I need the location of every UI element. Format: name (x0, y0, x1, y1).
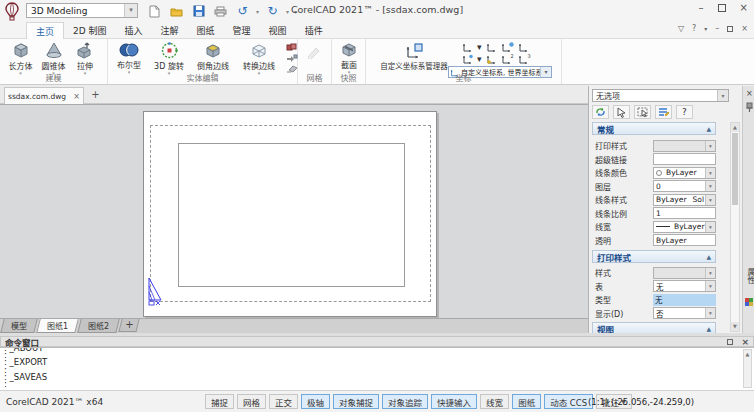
undo-icon[interactable]: ↺ (234, 3, 251, 19)
ccs-axis-icon[interactable] (518, 42, 529, 52)
transparency-input[interactable]: ByLayer (653, 234, 716, 246)
toggle-lineweight[interactable]: 线宽 (480, 394, 509, 409)
collapse-icon[interactable]: ▲ (706, 325, 711, 332)
chevron-down-icon[interactable]: ▾ (717, 90, 728, 101)
ccs-manager-button[interactable]: 自定义坐标系管理器 (368, 40, 460, 71)
tab-manage[interactable]: 管理 (224, 22, 260, 39)
ccs-axis-icon[interactable] (462, 42, 473, 52)
collapse-icon[interactable]: ▲ (706, 125, 711, 132)
close-button[interactable]: × (740, 2, 748, 13)
toggle-dynamic-ccs[interactable]: 动态 CCS (544, 394, 593, 409)
restore-button[interactable] (718, 4, 726, 12)
ccs-axis-world-icon[interactable] (501, 42, 514, 52)
cone-button[interactable]: 圆锥体 ▾ (37, 40, 70, 75)
boolean-button[interactable]: 布尔型 ▾ (110, 40, 148, 75)
ccs-axis-3-icon[interactable]: 3 (518, 54, 531, 64)
close-tab-icon[interactable]: × (73, 92, 80, 101)
selection-combo[interactable]: 无选项 ▾ (592, 89, 729, 102)
doc-restore-button[interactable] (727, 26, 733, 32)
mesh-tool-icon[interactable] (306, 47, 322, 61)
chevron-down-icon[interactable]: ▾ (705, 195, 715, 205)
display-combo[interactable]: 否▾ (653, 307, 716, 319)
minimize-button[interactable]: – (699, 2, 704, 13)
chevron-down-icon[interactable]: ▾ (705, 222, 715, 232)
tab-2d-drafting[interactable]: 2D 制图 (64, 22, 116, 39)
push-solid-icon[interactable] (286, 54, 298, 63)
workspace-selector[interactable]: 3D Modeling ▾ (26, 3, 138, 18)
line-color-combo[interactable]: ByLayer▾ (653, 167, 716, 179)
layer-combo[interactable]: 0▾ (653, 180, 716, 192)
section-general[interactable]: 常规 ▲ (592, 122, 716, 135)
tab-annotate[interactable]: 注解 (152, 22, 188, 39)
quick-select-icon[interactable] (655, 105, 672, 119)
scroll-down-icon[interactable]: ▼ (731, 322, 739, 331)
command-window-float-icon[interactable] (727, 339, 733, 345)
tab-view[interactable]: 视图 (260, 22, 296, 39)
command-window-close-icon[interactable]: × (741, 337, 749, 347)
qat-customize-icon[interactable]: ▾ (294, 8, 297, 15)
toggle-sheet[interactable]: 图纸 (512, 394, 541, 409)
redo-dropdown-icon[interactable]: ▾ (286, 8, 289, 15)
toggle-ortho[interactable]: 正交 (269, 394, 298, 409)
chevron-down-icon[interactable]: ▾ (705, 168, 715, 178)
toggle-entity-track[interactable]: 对象追踪 (382, 394, 428, 409)
undo-dropdown-icon[interactable]: ▾ (256, 8, 259, 15)
chevron-down-icon[interactable]: ▾ (705, 181, 715, 191)
palette-icon[interactable] (745, 298, 753, 306)
solids-pair-icon[interactable] (286, 43, 298, 52)
toggle-entity-snap[interactable]: 对象捕捉 (333, 394, 379, 409)
tab-sheet[interactable]: 图纸 (188, 22, 224, 39)
section-print-style[interactable]: 打印样式 ▲ (592, 250, 716, 263)
tab-home[interactable]: 主页 (26, 22, 64, 39)
layout-viewport[interactable] (178, 143, 405, 287)
help-icon[interactable]: ? (692, 24, 696, 33)
rotate-3d-button[interactable]: 3D 旋转 ▾ (148, 40, 190, 75)
tab-sheet2[interactable]: 图纸2 (77, 319, 120, 333)
hyperlink-input[interactable] (653, 153, 716, 165)
toggle-snap[interactable]: 捕捉 (205, 394, 234, 409)
open-folder-icon[interactable] (168, 3, 185, 19)
scroll-up-icon[interactable]: ▲ (731, 123, 739, 132)
box-select-icon[interactable] (634, 105, 651, 119)
tab-addins[interactable]: 插件 (296, 22, 332, 39)
sync-selection-icon[interactable] (592, 105, 609, 119)
collapse-icon[interactable]: ▲ (706, 253, 711, 260)
line-scale-input[interactable]: 1 (653, 207, 716, 219)
ribbon-collapse-icon[interactable]: ▽ (678, 24, 684, 33)
command-window-titlebar[interactable]: 命令窗口 × (0, 336, 754, 347)
add-sheet-button[interactable]: + (119, 319, 141, 332)
ccs-axis-icon[interactable] (486, 42, 497, 52)
convert-edges-button[interactable]: 转换边线 ▾ (236, 40, 282, 75)
command-prompt[interactable]: : (4, 381, 754, 388)
doc-close-button[interactable]: × (741, 24, 748, 33)
toggle-grid[interactable]: 网格 (237, 394, 266, 409)
palette-close-icon[interactable]: × (746, 89, 753, 98)
line-style-combo[interactable]: ByLayerSol▾ (653, 194, 716, 206)
drawing-canvas[interactable]: ˄ (0, 104, 588, 318)
new-document-icon[interactable] (146, 3, 163, 19)
tab-insert[interactable]: 插入 (116, 22, 152, 39)
chevron-down-icon[interactable]: ▾ (705, 281, 715, 291)
toggle-polar[interactable]: 极轴 (301, 394, 330, 409)
ccs-axis-entity-icon[interactable] (462, 54, 473, 64)
palette-side-tab[interactable]: 属性 (745, 268, 754, 284)
chevron-down-icon[interactable]: ▾ (705, 308, 715, 318)
redo-icon[interactable]: ↻ (264, 3, 281, 19)
chevron-down-icon[interactable]: ▾ (124, 4, 137, 17)
document-tab[interactable]: ssdax.com.dwg × (4, 87, 84, 104)
doc-minimize-button[interactable]: – (715, 24, 719, 33)
tab-sheet1[interactable]: 图纸1 (36, 319, 79, 333)
extrude-button[interactable]: 拉伸 ▾ (70, 40, 100, 75)
help-dropdown-icon[interactable]: ▾ (704, 25, 707, 32)
type-value-selected[interactable]: 无 (653, 294, 716, 306)
scroll-up-icon[interactable]: ▲ (744, 350, 751, 358)
ccs-axis-origin-icon[interactable] (486, 54, 497, 64)
print-icon[interactable] (212, 3, 229, 19)
command-scrollbar[interactable]: ▲ (743, 349, 752, 388)
save-icon[interactable] (190, 3, 207, 19)
box-button[interactable]: 长方体 ▾ (4, 40, 37, 75)
command-history[interactable]: : _ABOUT : : _EXPORT : : _SAVEAS : (0, 347, 754, 390)
properties-scrollbar[interactable]: ▲ ▼ (730, 122, 740, 332)
new-document-tab-button[interactable]: + (88, 89, 103, 102)
ccs-axis-2-icon[interactable]: 2 (501, 54, 514, 64)
